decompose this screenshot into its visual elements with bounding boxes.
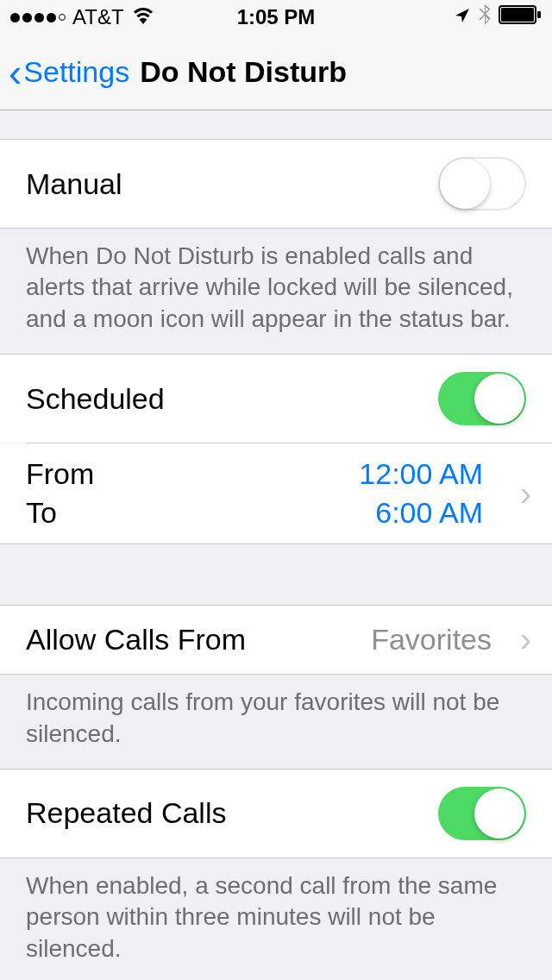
to-label: To bbox=[26, 496, 94, 530]
back-label: Settings bbox=[23, 55, 129, 89]
scheduled-row: Scheduled bbox=[0, 354, 552, 443]
svg-rect-2 bbox=[537, 11, 541, 18]
back-button[interactable]: ‹ Settings bbox=[9, 53, 129, 92]
status-bar: AT&T 1:05 PM bbox=[0, 0, 552, 35]
repeated-calls-row: Repeated Calls bbox=[0, 769, 552, 858]
repeated-calls-label: Repeated Calls bbox=[26, 796, 226, 830]
battery-icon bbox=[499, 5, 542, 29]
allow-calls-value: Favorites bbox=[371, 623, 492, 656]
manual-footer: When Do Not Disturb is enabled calls and… bbox=[0, 229, 552, 354]
chevron-right-icon: › bbox=[520, 620, 531, 659]
clock-label: 1:05 PM bbox=[237, 5, 316, 29]
repeated-calls-toggle[interactable] bbox=[438, 787, 526, 840]
manual-toggle[interactable] bbox=[438, 157, 526, 210]
scheduled-toggle[interactable] bbox=[438, 372, 526, 425]
navigation-bar: ‹ Settings Do Not Disturb bbox=[0, 35, 552, 110]
bluetooth-icon bbox=[478, 3, 492, 31]
scheduled-label: Scheduled bbox=[26, 382, 165, 416]
wifi-icon bbox=[131, 5, 155, 29]
chevron-left-icon: ‹ bbox=[9, 53, 22, 92]
chevron-right-icon: › bbox=[520, 474, 531, 513]
allow-calls-label: Allow Calls From bbox=[26, 623, 246, 656]
signal-strength-icon bbox=[10, 13, 66, 22]
allow-calls-row[interactable]: Allow Calls From Favorites › bbox=[0, 605, 552, 675]
from-label: From bbox=[26, 457, 94, 491]
to-value: 6:00 AM bbox=[359, 496, 483, 530]
manual-row: Manual bbox=[0, 139, 552, 229]
manual-label: Manual bbox=[26, 167, 122, 201]
allow-calls-footer: Incoming calls from your favorites will … bbox=[0, 675, 552, 769]
from-value: 12:00 AM bbox=[359, 457, 483, 491]
schedule-time-row[interactable]: From To 12:00 AM 6:00 AM › bbox=[0, 443, 552, 544]
svg-rect-1 bbox=[501, 8, 534, 22]
repeated-calls-footer: When enabled, a second call from the sam… bbox=[0, 858, 552, 980]
page-title: Do Not Disturb bbox=[140, 55, 347, 89]
location-icon bbox=[454, 5, 471, 29]
carrier-label: AT&T bbox=[72, 5, 124, 29]
